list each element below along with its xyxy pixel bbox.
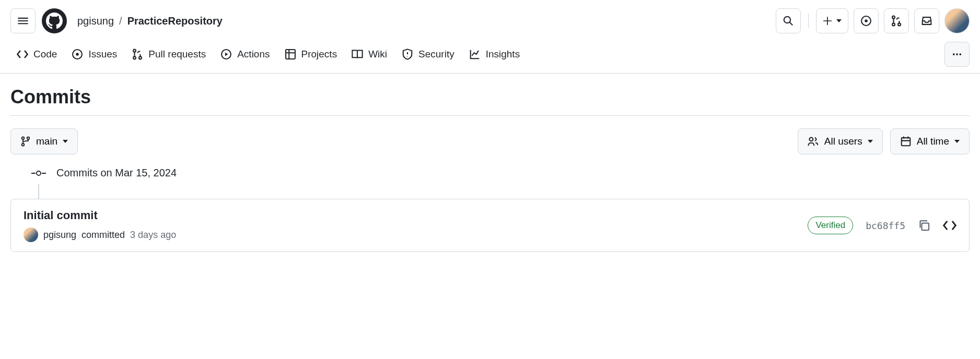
svg-point-17 xyxy=(27,137,30,140)
graph-icon xyxy=(469,49,481,60)
tab-code[interactable]: Code xyxy=(17,44,57,64)
more-tabs-button[interactable] xyxy=(944,42,970,67)
create-new-button[interactable] xyxy=(816,8,848,33)
tab-label: Projects xyxy=(301,49,337,60)
tab-label: Issues xyxy=(88,49,117,60)
calendar-icon xyxy=(900,136,912,147)
repo-tabs: Code Issues Pull requests Actions Projec… xyxy=(0,42,980,74)
timeline-line xyxy=(38,184,39,199)
tab-actions[interactable]: Actions xyxy=(220,44,270,64)
main-header: pgisung / PracticeRepository xyxy=(0,0,980,42)
kebab-icon xyxy=(952,49,962,59)
search-icon xyxy=(783,15,794,27)
verified-badge[interactable]: Verified xyxy=(808,217,853,234)
tab-label: Wiki xyxy=(368,49,387,60)
play-icon xyxy=(220,49,232,60)
tab-projects[interactable]: Projects xyxy=(285,44,337,64)
commit-title-link[interactable]: Initial commit xyxy=(24,209,176,222)
shield-icon xyxy=(402,49,413,60)
svg-point-8 xyxy=(133,56,136,59)
caret-down-icon xyxy=(868,140,873,143)
table-icon xyxy=(285,49,296,60)
filters-row: main All users All time xyxy=(10,128,970,154)
breadcrumb-separator: / xyxy=(119,15,122,27)
plus-icon xyxy=(823,16,832,26)
inbox-icon xyxy=(921,15,932,27)
time-filter-label: All time xyxy=(917,136,949,147)
hamburger-menu-button[interactable] xyxy=(10,8,36,33)
branch-name: main xyxy=(36,136,57,147)
git-branch-icon xyxy=(20,136,31,147)
svg-point-6 xyxy=(76,53,79,56)
header-divider xyxy=(808,14,809,28)
search-button[interactable] xyxy=(776,8,801,33)
tab-insights[interactable]: Insights xyxy=(469,44,520,64)
svg-point-4 xyxy=(898,23,901,26)
svg-point-3 xyxy=(892,23,895,26)
users-filter-button[interactable]: All users xyxy=(798,128,883,154)
tab-pull-requests[interactable]: Pull requests xyxy=(132,44,206,64)
svg-point-16 xyxy=(22,143,25,146)
issue-icon xyxy=(72,49,83,60)
timeline-date-header: Commits on Mar 15, 2024 xyxy=(10,167,970,179)
branch-selector-button[interactable]: main xyxy=(10,128,78,154)
timeline-date-label: Commits on Mar 15, 2024 xyxy=(56,167,177,179)
commit-action: committed xyxy=(81,230,125,241)
commit-author-link[interactable]: pgisung xyxy=(43,230,76,241)
svg-rect-11 xyxy=(286,50,295,59)
issues-button[interactable] xyxy=(854,8,879,33)
copy-icon xyxy=(918,219,930,232)
svg-point-2 xyxy=(892,16,895,19)
inbox-button[interactable] xyxy=(914,8,939,33)
repo-link[interactable]: PracticeRepository xyxy=(127,15,223,27)
pull-requests-button[interactable] xyxy=(884,8,909,33)
github-icon xyxy=(46,13,63,29)
commit-node-icon xyxy=(31,169,46,177)
browse-code-button[interactable] xyxy=(943,219,956,232)
tab-label: Security xyxy=(418,49,454,60)
svg-point-15 xyxy=(22,137,25,140)
tab-wiki[interactable]: Wiki xyxy=(352,44,387,64)
svg-point-7 xyxy=(133,50,136,52)
copy-sha-button[interactable] xyxy=(918,219,930,232)
svg-point-20 xyxy=(37,171,41,175)
svg-point-9 xyxy=(139,56,142,59)
svg-point-1 xyxy=(865,19,868,22)
pull-request-icon xyxy=(891,15,902,27)
commit-author-avatar[interactable] xyxy=(24,228,38,242)
github-logo[interactable] xyxy=(42,8,67,33)
tab-label: Pull requests xyxy=(148,49,206,60)
owner-link[interactable]: pgisung xyxy=(77,15,114,27)
code-icon xyxy=(943,219,956,232)
people-icon xyxy=(808,136,819,147)
book-icon xyxy=(352,49,363,60)
tab-label: Actions xyxy=(237,49,270,60)
time-filter-button[interactable]: All time xyxy=(890,128,970,154)
caret-down-icon xyxy=(63,140,68,143)
svg-point-14 xyxy=(959,53,961,55)
code-icon xyxy=(17,49,28,60)
tab-issues[interactable]: Issues xyxy=(72,44,117,64)
tab-security[interactable]: Security xyxy=(402,44,454,64)
page-title: Commits xyxy=(10,86,970,116)
svg-rect-19 xyxy=(901,138,910,146)
issue-icon xyxy=(860,15,872,27)
commit-meta: pgisung committed 3 days ago xyxy=(24,228,176,242)
pull-request-icon xyxy=(132,49,143,60)
svg-point-18 xyxy=(809,137,813,141)
hamburger-icon xyxy=(17,15,29,27)
tab-label: Code xyxy=(33,49,57,60)
tab-label: Insights xyxy=(486,49,520,60)
user-avatar[interactable] xyxy=(944,8,970,33)
caret-down-icon xyxy=(954,140,960,143)
commit-sha-link[interactable]: bc68ff5 xyxy=(866,220,905,231)
commit-time: 3 days ago xyxy=(130,230,176,241)
users-filter-label: All users xyxy=(824,136,862,147)
svg-rect-21 xyxy=(922,223,929,231)
caret-down-icon xyxy=(836,19,842,22)
breadcrumb: pgisung / PracticeRepository xyxy=(77,15,223,27)
commit-card: Initial commit pgisung committed 3 days … xyxy=(10,199,970,252)
svg-point-12 xyxy=(953,53,955,55)
svg-point-13 xyxy=(956,53,958,55)
